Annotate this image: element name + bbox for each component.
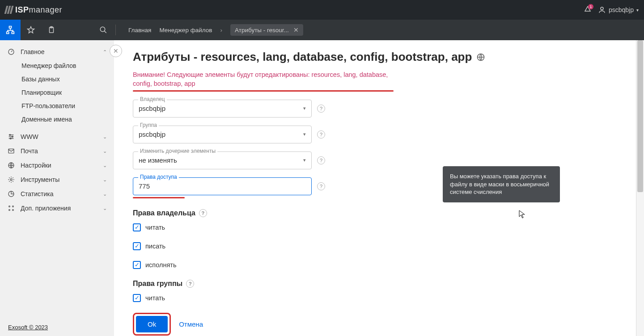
scrollbar-thumb[interactable] (637, 40, 643, 192)
logo[interactable]: ISPmanager (5, 5, 62, 15)
svg-point-15 (9, 206, 10, 207)
sidebar-item-databases[interactable]: Базы данных (0, 72, 114, 86)
group-perms-help-icon[interactable]: ? (186, 280, 194, 288)
svg-point-6 (100, 27, 105, 32)
perm-highlight (133, 197, 185, 198)
sidebar-group-stats[interactable]: Статистика ⌄ (0, 187, 114, 201)
group-help-icon[interactable]: ? (317, 130, 325, 139)
breadcrumb: Главная Менеджер файлов › Атрибуты - res… (128, 24, 303, 36)
children-select[interactable]: не изменять ▾ (133, 151, 312, 169)
logo-rest: manager (29, 5, 63, 15)
logo-icon (5, 6, 13, 14)
user-menu[interactable]: pscbqbjp ▾ (598, 6, 639, 14)
owner-write-row[interactable]: ✓ писать (133, 242, 625, 250)
crumb-home[interactable]: Главная (128, 27, 151, 34)
page-title-text: Атрибуты - resources, lang, database, co… (133, 50, 472, 64)
svg-point-13 (10, 179, 12, 181)
ok-button[interactable]: Ok (136, 316, 168, 332)
svg-point-0 (601, 7, 603, 10)
svg-point-8 (9, 134, 11, 136)
children-label: Изменить дочерние элементы (138, 148, 217, 154)
sidebar-item-scheduler[interactable]: Планировщик (0, 86, 114, 99)
sidebar-group-main-label: Главное (21, 48, 97, 55)
tooltip: Вы можете указать права доступа к файлу … (443, 166, 560, 202)
chevron-down-icon: ⌄ (103, 134, 107, 140)
group-select[interactable]: pscbqbjp ▾ (133, 126, 312, 143)
toolbar: Главная Менеджер файлов › Атрибуты - res… (0, 20, 644, 40)
owner-exec-row[interactable]: ✓ исполнять (133, 261, 625, 269)
close-tab-icon[interactable]: ✕ (293, 26, 299, 34)
crumb-fm[interactable]: Менеджер файлов (159, 27, 212, 34)
svg-point-10 (10, 138, 11, 139)
mail-icon (7, 147, 15, 155)
cancel-link[interactable]: Отмена (179, 320, 203, 328)
clipboard-icon (47, 26, 55, 34)
sidebar-item-file-manager[interactable]: Менеджер файлов (0, 59, 114, 72)
children-value: не изменять (139, 156, 177, 164)
globe-icon (476, 53, 485, 62)
svg-rect-2 (7, 32, 9, 34)
sidebar-item-domains[interactable]: Доменные имена (0, 113, 114, 126)
sidebar-group-tools[interactable]: Инструменты ⌄ (0, 172, 114, 187)
sidebar-group-apps[interactable]: Доп. приложения ⌄ (0, 201, 114, 215)
svg-point-16 (13, 206, 14, 207)
children-help-icon[interactable]: ? (317, 156, 325, 164)
chevron-down-icon: ⌄ (103, 163, 107, 168)
group-value: pscbqbjp (139, 130, 165, 138)
crumb-tab-label: Атрибуты - resour... (235, 27, 289, 34)
favorite-button[interactable] (21, 20, 41, 40)
checkbox-checked-icon[interactable]: ✓ (133, 294, 141, 302)
owner-perms-help-icon[interactable]: ? (199, 209, 207, 217)
svg-point-18 (13, 210, 14, 211)
gauge-icon (7, 48, 15, 55)
apps-icon (7, 205, 15, 212)
owner-read-label: читать (145, 224, 165, 231)
sliders-icon (7, 133, 15, 140)
sidebar-group-www[interactable]: WWW ⌄ (0, 130, 114, 144)
permissions-input[interactable] (133, 177, 312, 195)
group-read-row[interactable]: ✓ читать (133, 294, 625, 302)
checkbox-checked-icon[interactable]: ✓ (133, 242, 141, 250)
sidebar-group-settings[interactable]: Настройки ⌄ (0, 158, 114, 172)
sidebar-group-main[interactable]: Главное ⌃ (0, 45, 114, 59)
perm-help-icon[interactable]: ? (317, 182, 325, 190)
sidebar-group-stats-label: Статистика (21, 190, 97, 197)
footer-link[interactable]: Exosoft © 2023 (0, 319, 114, 336)
owner-select[interactable]: pscbqbjp ▾ (133, 100, 312, 118)
sidebar-group-settings-label: Настройки (21, 162, 97, 169)
notifications-button[interactable]: 1 (584, 6, 592, 14)
owner-help-icon[interactable]: ? (317, 105, 325, 113)
crumb-active-tab[interactable]: Атрибуты - resour... ✕ (230, 24, 303, 36)
chevron-up-icon: ⌃ (103, 49, 107, 55)
domain-tool-button[interactable] (0, 20, 21, 40)
owner-write-label: писать (145, 243, 165, 250)
owner-label: Владелец (138, 96, 167, 102)
close-panel-button[interactable]: ✕ (110, 45, 122, 57)
checkbox-checked-icon[interactable]: ✓ (133, 261, 141, 269)
search-icon (99, 26, 107, 34)
checkbox-checked-icon[interactable]: ✓ (133, 223, 141, 231)
svg-rect-3 (12, 32, 14, 34)
sidebar-group-mail[interactable]: Почта ⌄ (0, 144, 114, 158)
chevron-down-icon: ⌄ (103, 191, 107, 197)
chevron-down-icon: ⌄ (103, 148, 107, 154)
logo-bold: ISP (15, 5, 29, 15)
chevron-right-icon: › (220, 27, 223, 34)
group-read-label: читать (145, 294, 165, 302)
chevron-down-icon: ⌄ (103, 177, 107, 183)
search-button[interactable] (93, 20, 114, 40)
ok-highlight: Ok (133, 313, 171, 336)
scrollbar[interactable] (636, 40, 644, 336)
warning-text: Внимание! Следующие элементы будут отред… (133, 70, 392, 88)
clipboard-button[interactable] (41, 20, 62, 40)
user-icon (598, 6, 606, 14)
chevron-down-icon: ▾ (303, 105, 306, 111)
owner-read-row[interactable]: ✓ читать (133, 223, 625, 231)
chevron-down-icon: ▾ (303, 131, 306, 137)
sidebar: Главное ⌃ Менеджер файлов Базы данных Пл… (0, 40, 114, 336)
top-bar: ISPmanager 1 pscbqbjp ▾ (0, 0, 644, 20)
main-content: Атрибуты - resources, lang, database, co… (114, 40, 644, 336)
sidebar-item-ftp[interactable]: FTP-пользователи (0, 99, 114, 113)
perm-label: Права доступа (138, 174, 179, 180)
chart-icon (7, 190, 15, 197)
